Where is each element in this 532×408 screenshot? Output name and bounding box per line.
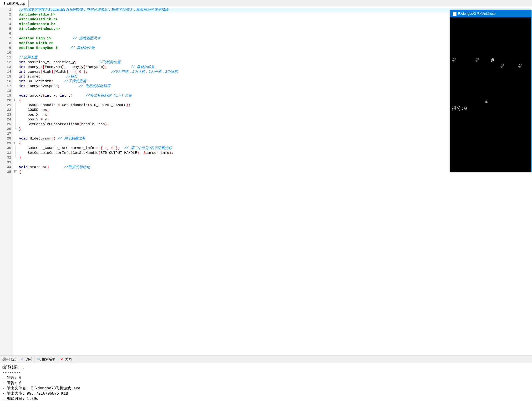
fold-toggle-icon[interactable]: − bbox=[14, 99, 17, 101]
console-icon bbox=[453, 12, 457, 16]
fold-toggle-icon[interactable]: − bbox=[14, 170, 17, 173]
game-enemy: @ bbox=[452, 57, 455, 62]
game-enemy: @ bbox=[491, 57, 494, 62]
tab-debug[interactable]: 调试 bbox=[18, 356, 35, 363]
console-body: * 得分:0 @@@@@ bbox=[450, 17, 531, 172]
line-number-gutter: 1234567891011121314151617181920212223242… bbox=[0, 7, 13, 356]
output-panel[interactable]: 编译结果... -------- - 错误: 0 - 警告: 0 - 输出文件名… bbox=[0, 363, 532, 408]
check-icon bbox=[21, 357, 25, 361]
fold-toggle-icon[interactable]: − bbox=[14, 142, 17, 144]
editor-row: 1234567891011121314151617181920212223242… bbox=[0, 7, 532, 356]
game-enemy: @ bbox=[500, 63, 503, 68]
console-window[interactable]: E:\dengbo\3飞机游戏.exe * 得分:0 @@@@@ bbox=[450, 10, 532, 172]
tab-search-results[interactable]: 搜索结果 bbox=[35, 356, 58, 363]
close-icon bbox=[60, 357, 64, 361]
game-bullet: * bbox=[485, 100, 488, 106]
game-enemy: @ bbox=[518, 63, 521, 68]
console-titlebar[interactable]: E:\dengbo\3飞机游戏.exe bbox=[450, 10, 531, 17]
fold-column: −−− bbox=[13, 7, 18, 356]
ide-window: 3飞机游戏.cpp 123456789101112131415161718192… bbox=[0, 0, 532, 408]
file-tab-bar: 3飞机游戏.cpp bbox=[0, 0, 532, 7]
file-tab[interactable]: 3飞机游戏.cpp bbox=[0, 0, 29, 7]
score-text: 得分:0 bbox=[452, 105, 467, 112]
tab-compile-log[interactable]: 编译日志 bbox=[0, 356, 18, 363]
magnifier-icon bbox=[37, 357, 41, 361]
game-enemy: @ bbox=[475, 57, 478, 62]
console-title-text: E:\dengbo\3飞机游戏.exe bbox=[458, 12, 496, 16]
tab-close[interactable]: 关闭 bbox=[58, 356, 74, 363]
bottom-tab-bar: 编译日志 调试 搜索结果 关闭 bbox=[0, 356, 532, 363]
